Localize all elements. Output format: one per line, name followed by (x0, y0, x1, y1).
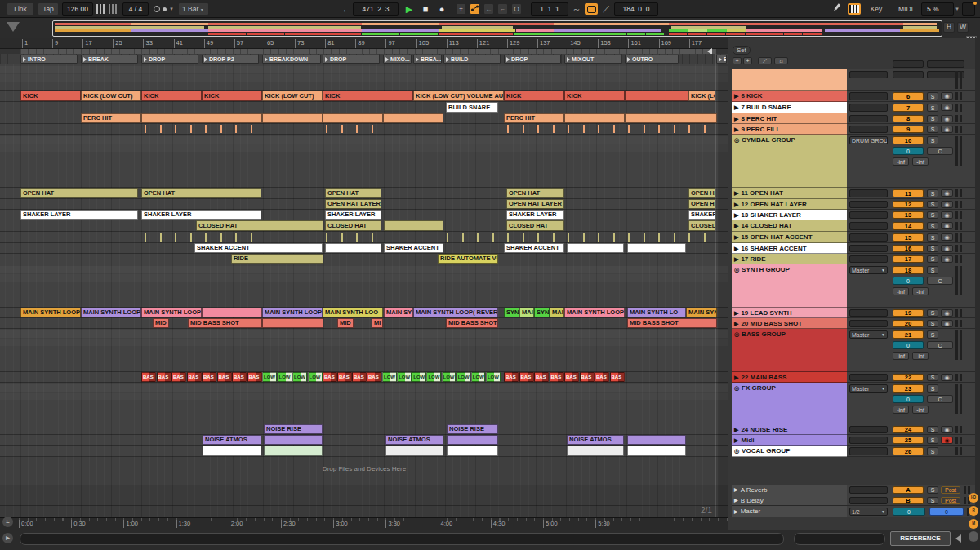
arrangement-position-display[interactable]: 471. 2. 3 (353, 2, 399, 16)
clip-shaker-accent[interactable]: SHAKER ACCENT (384, 243, 443, 253)
clip-hit[interactable] (583, 125, 585, 133)
track-activator-speaker-icon[interactable]: ◉ (941, 201, 953, 208)
clip-build-snare[interactable]: BUILD SNARE (446, 102, 498, 113)
clip-open-hat-layer[interactable]: OPEN HAT LAYER (506, 199, 564, 209)
clip-hit[interactable] (341, 125, 343, 133)
computer-midi-keyboard-icon[interactable] (848, 3, 861, 15)
metronome-menu-arrow-icon[interactable]: ▾ (168, 2, 175, 16)
clip-hit[interactable] (175, 125, 176, 133)
clip-hit[interactable] (644, 125, 645, 133)
preview-play-icon[interactable]: ▶ (2, 533, 13, 543)
nudge-up-icon[interactable] (109, 4, 118, 14)
track-activator-speaker-icon[interactable]: ◉ (941, 255, 953, 263)
track-header-9-perc-fill[interactable]: ▶9 PERC FILL (732, 124, 847, 135)
track-number-box[interactable]: 11 (893, 189, 924, 197)
output-routing-menu[interactable]: DRUM GROU▼ (849, 136, 888, 144)
clip-hit[interactable] (372, 125, 373, 133)
track-number-box[interactable]: 22 (893, 374, 924, 381)
back-to-arrangement-icon[interactable]: ← (483, 3, 494, 15)
input-routing-box[interactable] (849, 126, 888, 133)
track-activator-speaker-icon[interactable]: ◉ (941, 211, 953, 219)
clip-mid-bass-shot[interactable] (262, 318, 323, 328)
track-activator-speaker-icon[interactable]: ◉ (941, 115, 953, 122)
clip-perc-hit[interactable] (564, 113, 625, 123)
solo-button[interactable]: S (927, 126, 938, 133)
clip-kick[interactable]: KICK (564, 91, 625, 101)
solo-button[interactable]: S (927, 201, 938, 208)
clip-kick[interactable]: KICK (323, 91, 413, 101)
clip-low[interactable]: LOW (457, 372, 471, 382)
clip-bas[interactable]: BAS (580, 372, 595, 382)
clip-kick[interactable]: KICK (202, 91, 262, 101)
solo-button[interactable]: S (927, 136, 938, 144)
locator-outro[interactable]: OUTRO (625, 55, 679, 64)
track-header-6-kick[interactable]: ▶6 KICK (732, 91, 847, 102)
track-activator-speaker-icon[interactable]: ◉ (941, 309, 953, 317)
track-activator-speaker-icon[interactable]: ◉ (941, 92, 953, 100)
solo-button[interactable]: S (927, 233, 938, 242)
clip-hit[interactable] (613, 233, 615, 242)
clip-bas[interactable]: BAS (141, 372, 156, 382)
track-header-midi[interactable]: ▶Midi (732, 435, 847, 446)
pan-value-box[interactable]: 0 (893, 277, 924, 285)
clip-low[interactable]: LOW (471, 372, 486, 382)
track-number-box[interactable]: 21 (893, 330, 924, 339)
clip-vocal-group[interactable] (203, 446, 261, 456)
clip-hit[interactable] (356, 125, 358, 133)
input-routing-box[interactable] (849, 201, 888, 208)
clip-quantize-display[interactable]: 1. 1. 1 (531, 2, 568, 16)
locator-en[interactable]: EN (716, 55, 727, 64)
clip-hit[interactable] (160, 125, 162, 133)
track-header-cymbal-group[interactable]: ◎CYMBAL GROUP (732, 135, 847, 188)
side-toggle-m[interactable]: M (969, 519, 978, 529)
loop-button[interactable] (585, 3, 598, 15)
clip-hit[interactable] (251, 125, 252, 133)
pan-center-box[interactable]: C (927, 341, 953, 349)
return-track-a[interactable]: ▶A Reverb (732, 485, 847, 495)
clip-perc-hit[interactable]: PERC HIT (504, 113, 564, 123)
cpu-menu-arrow-icon[interactable]: ▾ (954, 2, 960, 16)
clip-bas[interactable]: BAS (247, 372, 262, 382)
clip-hit[interactable] (507, 233, 509, 242)
track-header-8-perc-hit[interactable]: ▶8 PERC HIT (732, 113, 847, 124)
clip-vocal-group[interactable] (567, 446, 624, 456)
solo-button[interactable]: S (927, 245, 938, 252)
clip-shaker-accent[interactable] (627, 243, 686, 253)
clip-hit[interactable] (326, 233, 327, 242)
clip-bas[interactable]: BAS (504, 372, 519, 382)
track-number-box[interactable]: 7 (893, 104, 924, 112)
volume-box[interactable]: -inf (912, 352, 929, 360)
tempo-field[interactable]: 126.00 (62, 2, 93, 16)
clip-shaker-layer[interactable]: SHAKER LAYER (20, 210, 138, 220)
clip-hit[interactable] (175, 233, 176, 242)
locator-mixo-[interactable]: MIXO... (383, 55, 412, 64)
side-toggle-i-o[interactable]: I-O (969, 493, 978, 503)
clip-vocal-group[interactable] (264, 446, 323, 456)
track-activator-speaker-icon[interactable]: ◉ (941, 233, 953, 241)
track-number-box[interactable]: 12 (893, 201, 924, 208)
clip-noise-atmos[interactable]: NOISE ATMOS (567, 435, 624, 445)
volume-box[interactable]: -inf (912, 287, 929, 295)
master-pan-box[interactable]: 0 (893, 508, 925, 516)
clip-main-synth-loop-[interactable]: MAIN SYNTH LOOP( (81, 308, 141, 317)
clip-shaker-layer[interactable]: SHAKER LAYER (325, 210, 381, 220)
clip-hit[interactable] (568, 125, 569, 133)
locator-intro[interactable]: INTRO (20, 55, 78, 64)
solo-button[interactable]: S (927, 104, 938, 112)
track-number-box[interactable]: 9 (893, 126, 924, 133)
track-number-box[interactable]: 8 (893, 115, 924, 122)
clip-hit[interactable] (568, 233, 569, 242)
clip-main-synth-loop[interactable]: MAIN SYNTH LOOP (564, 308, 625, 317)
clip-kick[interactable]: KICK (504, 91, 564, 101)
lock-icon[interactable]: ⌂ (774, 57, 788, 64)
clip-shaker-accent[interactable]: SHAKER ACCENT (504, 243, 564, 253)
clip-perc-hit[interactable] (141, 113, 262, 123)
locator-break[interactable]: BREAK (81, 55, 138, 64)
clip-hit[interactable] (145, 125, 146, 133)
clip-midi-noise-atmos[interactable] (264, 435, 323, 445)
clip-mid[interactable]: MID (153, 318, 169, 328)
clip-hit[interactable] (523, 125, 524, 133)
clip-low[interactable]: LOW (262, 372, 277, 382)
track-activator-speaker-icon[interactable]: ◉ (941, 320, 953, 327)
clip-open-hat[interactable]: OPEN HAT (20, 188, 138, 198)
